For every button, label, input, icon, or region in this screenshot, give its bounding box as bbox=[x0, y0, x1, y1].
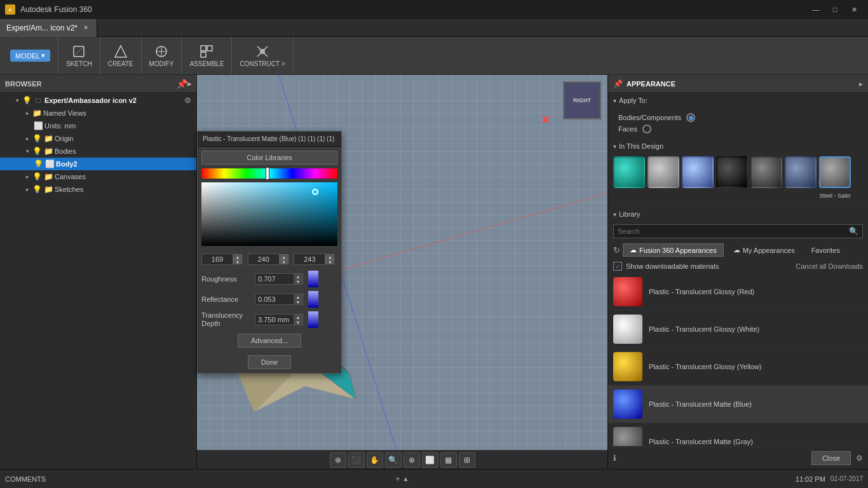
translucency-input[interactable] bbox=[255, 315, 294, 325]
material-thumb-3[interactable] bbox=[716, 156, 748, 188]
sketch-button[interactable]: SKETCH bbox=[61, 39, 97, 72]
named-views-arrow[interactable]: ▸ bbox=[23, 109, 32, 118]
tree-root-settings-icon[interactable]: ⚙ bbox=[182, 95, 193, 105]
tree-root-item[interactable]: ▾ 💡 □ Expert/Ambassador icon v2 ⚙ bbox=[0, 94, 196, 107]
appearance-expand-icon[interactable]: ▸ bbox=[859, 79, 863, 88]
list-item-2[interactable]: Plastic - Translucent Glossy (Yellow) bbox=[608, 348, 868, 386]
cancel-downloads-button[interactable]: Cancel all Downloads bbox=[796, 262, 863, 270]
tree-item-body2[interactable]: 💡 ⬜ Body2 bbox=[0, 158, 196, 170]
translucency-up-arrow[interactable]: ▲ bbox=[294, 315, 302, 320]
material-thumb-0[interactable] bbox=[613, 156, 645, 188]
color-gradient[interactable] bbox=[201, 182, 337, 246]
list-item-1[interactable]: Plastic - Translucent Glossy (White) bbox=[608, 311, 868, 348]
tree-item-sketches[interactable]: ▸ 💡 📁 Sketches bbox=[0, 183, 196, 196]
model-dropdown[interactable]: MODEL ▾ bbox=[5, 39, 55, 72]
b-down-arrow[interactable]: ▼ bbox=[325, 259, 334, 264]
model-button[interactable]: MODEL ▾ bbox=[10, 50, 50, 62]
comments-add-icon[interactable]: + bbox=[395, 475, 400, 484]
create-button[interactable]: CREATE bbox=[103, 39, 139, 72]
tree-root-arrow[interactable]: ▾ bbox=[13, 96, 22, 105]
material-thumb-6[interactable] bbox=[819, 156, 851, 188]
roughness-up-arrow[interactable]: ▲ bbox=[294, 274, 302, 279]
comments-expand-icon[interactable]: ▲ bbox=[402, 475, 409, 482]
roughness-input[interactable] bbox=[255, 274, 294, 284]
roughness-slider[interactable] bbox=[308, 271, 318, 287]
vp-btn-orbit[interactable]: ⊕ bbox=[330, 452, 346, 468]
canvases-arrow[interactable]: ▸ bbox=[23, 172, 32, 181]
sketches-visibility-icon[interactable]: 💡 bbox=[32, 184, 42, 194]
vp-btn-fit[interactable]: ⊕ bbox=[403, 452, 420, 468]
close-button[interactable]: ✕ bbox=[845, 3, 863, 16]
toolbar-group-sketch: SKETCH bbox=[58, 37, 100, 74]
navigation-cube[interactable]: RIGHT bbox=[563, 81, 601, 119]
translucency-down-arrow[interactable]: ▼ bbox=[294, 320, 302, 325]
tab-fusion360-appearances[interactable]: ☁ Fusion 360 Appearances bbox=[623, 243, 724, 257]
search-input[interactable] bbox=[618, 227, 849, 235]
reflectance-up-arrow[interactable]: ▲ bbox=[294, 294, 302, 299]
vp-btn-display3[interactable]: ⊞ bbox=[459, 452, 475, 468]
list-item-4[interactable]: Plastic - Translucent Matte (Gray) bbox=[608, 423, 868, 446]
close-button[interactable]: Close bbox=[811, 451, 851, 465]
bodies-radio[interactable] bbox=[686, 113, 695, 122]
vp-btn-display2[interactable]: ▦ bbox=[440, 452, 457, 468]
reflectance-slider[interactable] bbox=[308, 291, 318, 308]
bodies-visibility-icon[interactable]: 💡 bbox=[32, 146, 42, 156]
settings-icon[interactable]: ⚙ bbox=[856, 454, 863, 463]
bodies-arrow[interactable]: ▾ bbox=[23, 147, 32, 156]
list-item-3[interactable]: Plastic - Translucent Matte (Blue) bbox=[608, 386, 868, 423]
reflectance-down-arrow[interactable]: ▼ bbox=[294, 299, 302, 304]
tree-item-origin[interactable]: ▸ 💡 📁 Origin bbox=[0, 132, 196, 145]
maximize-button[interactable]: □ bbox=[826, 3, 844, 16]
b-input[interactable] bbox=[294, 254, 325, 265]
origin-visibility-icon[interactable]: 💡 bbox=[32, 133, 42, 144]
origin-arrow[interactable]: ▸ bbox=[23, 134, 32, 143]
tab-my-appearances[interactable]: ☁ My Appearances bbox=[726, 243, 802, 257]
g-up-arrow[interactable]: ▲ bbox=[280, 254, 288, 259]
body2-visibility-icon[interactable]: 💡 bbox=[33, 159, 43, 169]
refresh-icon[interactable]: ↻ bbox=[613, 245, 620, 255]
canvases-visibility-icon[interactable]: 💡 bbox=[32, 172, 42, 182]
construct-button[interactable]: CONSTRUCT > bbox=[234, 39, 290, 72]
tree-item-bodies[interactable]: ▾ 💡 📁 Bodies bbox=[0, 145, 196, 158]
modify-button[interactable]: MODIFY bbox=[144, 39, 179, 72]
advanced-button[interactable]: Advanced... bbox=[238, 334, 301, 348]
sketches-arrow[interactable]: ▸ bbox=[23, 185, 32, 194]
color-libraries-button[interactable]: Color Libraries bbox=[201, 151, 337, 165]
browser-expand-icon[interactable]: ▸ bbox=[187, 79, 191, 88]
faces-radio[interactable] bbox=[642, 125, 651, 133]
assemble-button[interactable]: ASSEMBLE bbox=[184, 39, 229, 72]
tab-close-button[interactable]: × bbox=[81, 24, 90, 32]
hue-slider[interactable] bbox=[201, 168, 337, 179]
material-thumb-5[interactable] bbox=[785, 156, 817, 188]
vp-btn-display1[interactable]: ⬜ bbox=[422, 452, 438, 468]
reflectance-input[interactable] bbox=[255, 294, 294, 304]
search-icon[interactable]: 🔍 bbox=[849, 227, 858, 236]
tree-item-named-views[interactable]: ▸ 📁 Named Views bbox=[0, 107, 196, 119]
bottom-bar: COMMENTS + ▲ 11:02 PM 02-07-2017 bbox=[0, 469, 868, 488]
vp-btn-zoom[interactable]: 🔍 bbox=[385, 452, 402, 468]
vp-btn-pan[interactable]: ⬛ bbox=[348, 452, 365, 468]
show-downloads-checkbox[interactable]: ✓ bbox=[613, 262, 622, 271]
r-down-arrow[interactable]: ▼ bbox=[233, 259, 242, 264]
translucency-slider[interactable] bbox=[308, 311, 318, 328]
r-up-arrow[interactable]: ▲ bbox=[233, 254, 242, 259]
minimize-button[interactable]: — bbox=[807, 3, 825, 16]
done-button[interactable]: Done bbox=[248, 355, 291, 369]
active-tab[interactable]: Expert/Am... icon v2* × bbox=[0, 19, 97, 37]
material-thumb-2[interactable] bbox=[682, 156, 714, 188]
tab-favorites[interactable]: Favorites bbox=[804, 244, 847, 257]
tree-item-units[interactable]: ⬜ Units: mm bbox=[0, 119, 196, 132]
r-input[interactable] bbox=[201, 254, 233, 265]
tree-item-canvases[interactable]: ▸ 💡 📁 Canvases bbox=[0, 170, 196, 183]
vp-btn-hand[interactable]: ✋ bbox=[367, 452, 383, 468]
roughness-down-arrow[interactable]: ▼ bbox=[294, 279, 302, 284]
info-icon[interactable]: ℹ bbox=[613, 454, 616, 463]
list-item-0[interactable]: Plastic - Translucent Glossy (Red) bbox=[608, 273, 868, 311]
g-down-arrow[interactable]: ▼ bbox=[280, 259, 288, 264]
nav-cube-face[interactable]: RIGHT bbox=[563, 81, 601, 119]
tree-root-visibility-icon[interactable]: 💡 bbox=[22, 95, 32, 105]
b-up-arrow[interactable]: ▲ bbox=[325, 254, 334, 259]
material-thumb-1[interactable] bbox=[648, 156, 679, 188]
g-input[interactable] bbox=[248, 254, 280, 265]
material-thumb-4[interactable] bbox=[750, 156, 782, 188]
